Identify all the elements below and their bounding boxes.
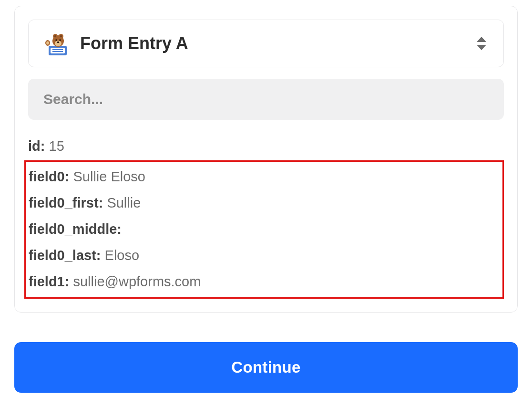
search-input[interactable] xyxy=(43,91,489,107)
svg-marker-16 xyxy=(477,45,486,50)
search-wrap xyxy=(28,79,504,120)
field-row: field0_last: Eloso xyxy=(29,242,500,269)
svg-point-10 xyxy=(55,39,57,41)
svg-point-7 xyxy=(54,35,56,37)
field-label: field0: xyxy=(29,169,69,184)
form-selector[interactable]: Form Entry A xyxy=(28,20,504,67)
svg-rect-1 xyxy=(51,48,65,53)
svg-point-14 xyxy=(46,42,49,45)
field-value: Sullie xyxy=(107,195,141,210)
continue-button[interactable]: Continue xyxy=(14,342,518,393)
svg-point-8 xyxy=(60,35,62,37)
field-label: field0_last: xyxy=(29,248,101,263)
highlighted-fields: field0: Sullie Eloso field0_first: Sulli… xyxy=(24,160,504,298)
sort-arrows-icon xyxy=(475,36,488,51)
field-value: 15 xyxy=(49,138,64,154)
field-label: field1: xyxy=(29,274,69,289)
field-row: field0: Sullie Eloso xyxy=(29,164,500,190)
field-row: field1: sullie@wpforms.com xyxy=(29,269,500,295)
form-selector-title: Form Entry A xyxy=(80,33,464,53)
entry-panel: Form Entry A id: 15 field0: Sullie Eloso… xyxy=(14,6,518,313)
svg-point-12 xyxy=(57,42,60,43)
field-label: field0_first: xyxy=(29,195,103,210)
field-row: field0_first: Sullie xyxy=(29,190,500,216)
field-row-id: id: 15 xyxy=(28,133,504,159)
field-value: Sullie Eloso xyxy=(73,169,145,184)
svg-point-11 xyxy=(59,39,61,41)
field-value: Eloso xyxy=(105,248,140,263)
field-label: id: xyxy=(28,138,45,154)
field-value: sullie@wpforms.com xyxy=(73,274,201,289)
field-row: field0_middle: xyxy=(29,216,500,242)
field-list: id: 15 field0: Sullie Eloso field0_first… xyxy=(28,133,504,299)
field-label: field0_middle: xyxy=(29,221,122,237)
svg-marker-15 xyxy=(477,37,486,42)
mascot-icon xyxy=(44,31,70,56)
